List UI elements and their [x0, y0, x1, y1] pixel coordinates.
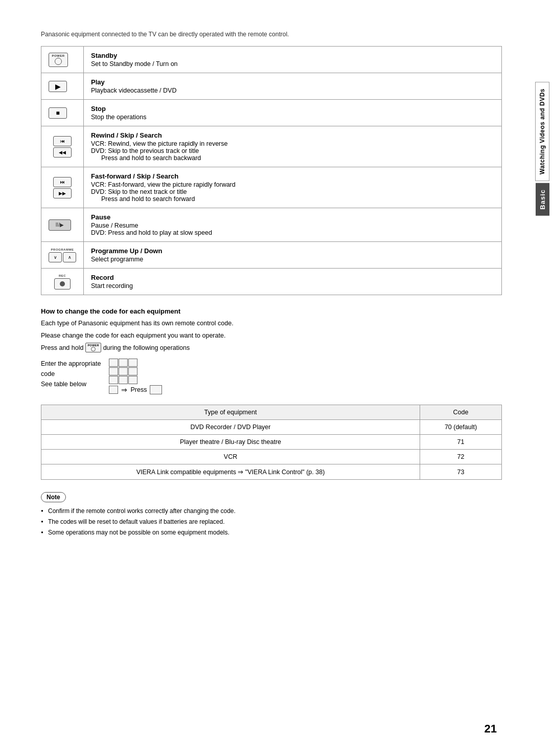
press-key-box	[150, 385, 162, 394]
press-hold-prefix: Press and hold	[41, 344, 83, 351]
key-8	[119, 376, 128, 384]
stop-description: Stop the operations	[91, 114, 494, 121]
rewind-label: Rewind / Skip / Search	[91, 131, 494, 139]
col1-header: Type of equipment	[41, 405, 420, 420]
stop-desc: Stop Stop the operations	[84, 100, 502, 126]
key-5	[119, 367, 128, 375]
fastforward-button-group: ⏭ ▶▶	[49, 177, 76, 198]
note-item: Some operations may not be possible on s…	[41, 528, 502, 538]
programme-desc: Programme Up / Down Select programme	[84, 242, 502, 269]
ff-desc-line1: VCR: Fast-forward, view the picture rapi…	[91, 181, 494, 188]
press-hold-suffix: during the following operations	[103, 344, 190, 351]
note-item: Confirm if the remote control works corr…	[41, 506, 502, 516]
rewind-desc: Rewind / Skip / Search VCR: Rewind, view…	[84, 126, 502, 167]
standby-desc: Standby Set to Standby mode / Turn on	[84, 47, 502, 73]
press-hold-line: Press and hold POWER during the followin…	[41, 343, 502, 352]
prog-down-icon: ∨	[49, 252, 62, 262]
stop-icon-cell: ■	[41, 100, 84, 126]
programme-description: Select programme	[91, 256, 494, 263]
equipment-type: VCR	[41, 450, 420, 464]
key-3	[128, 359, 137, 367]
play-icon-cell: ▶	[41, 73, 84, 100]
equipment-code: 72	[420, 450, 502, 464]
code-entry-diagram: Enter the appropriate code See table bel…	[41, 359, 502, 394]
play-label: Play	[91, 78, 494, 86]
equipment-code: 73	[420, 464, 502, 480]
play-button-icon: ▶	[49, 81, 67, 92]
equipment-table: Type of equipment Code DVD Recorder / DV…	[41, 405, 502, 480]
key-4	[109, 367, 118, 375]
table-row: PROGRAMME ∨ ∧ Programme Up / Down Select…	[41, 242, 502, 269]
ff-label: Fast-forward / Skip / Search	[91, 172, 494, 180]
rewind-button-group: ⏮ ◀◀	[49, 136, 76, 158]
pause-label: Pause	[91, 213, 494, 221]
standby-icon-cell: POWER	[41, 47, 84, 73]
fastforward-icon-cell: ⏭ ▶▶	[41, 167, 84, 208]
key-7	[109, 376, 118, 384]
rewind-desc-line3: Press and hold to search backward	[91, 154, 494, 162]
equipment-table-row: DVD Recorder / DVD Player 70 (default)	[41, 420, 502, 435]
equipment-code: 71	[420, 435, 502, 450]
table-row: ⏮ ◀◀ Rewind / Skip / Search VCR: Rewind,…	[41, 126, 502, 167]
table-row: POWER Standby Set to Standby mode / Turn…	[41, 47, 502, 73]
table-row: II/▶ Pause Pause / Resume DVD: Press and…	[41, 208, 502, 242]
rewind-top-icon: ⏮	[53, 136, 72, 146]
play-desc: Play Playback videocassette / DVD	[84, 73, 502, 100]
stop-button-icon: ■	[49, 107, 67, 119]
main-content: Panasonic equipment connected to the TV …	[0, 0, 533, 756]
record-button-icon	[54, 278, 71, 290]
stop-label: Stop	[91, 105, 494, 113]
note-list: Confirm if the remote control works corr…	[41, 506, 502, 538]
enter-label-line1: Enter the appropriate	[41, 360, 101, 367]
ff-desc-line2: DVD: Skip to the next track or title	[91, 188, 494, 195]
key-0	[109, 386, 118, 394]
rewind-desc-line1: VCR: Rewind, view the picture rapidly in…	[91, 140, 494, 147]
table-row: ⏭ ▶▶ Fast-forward / Skip / Search VCR: F…	[41, 167, 502, 208]
rewind-bottom-icon: ◀◀	[53, 147, 72, 158]
power-button-icon: POWER	[49, 53, 68, 67]
note-box: Note	[41, 492, 66, 502]
arrow-press-row: ⇒ Press	[109, 385, 162, 394]
how-to-line1: Each type of Panasonic equipment has its…	[41, 318, 502, 328]
key-6	[128, 367, 137, 375]
side-tab-basic: Basic	[536, 183, 549, 216]
controls-table: POWER Standby Set to Standby mode / Turn…	[41, 46, 502, 295]
record-icon-cell: REC	[41, 269, 84, 295]
intro-text: Panasonic equipment connected to the TV …	[41, 31, 502, 38]
side-tab-watching: Watching Videos and DVDs	[535, 82, 549, 181]
record-description: Start recording	[91, 282, 494, 290]
pause-button-icon: II/▶	[49, 219, 71, 231]
col2-header: Code	[420, 405, 502, 420]
power-circle	[55, 58, 62, 65]
key-1	[109, 359, 118, 367]
enter-label-line3: See table below	[41, 381, 86, 388]
programme-label: Programme Up / Down	[91, 247, 494, 255]
pause-desc-line1: Pause / Resume	[91, 222, 494, 229]
record-label: Record	[91, 274, 494, 281]
power-inline-icon: POWER	[85, 343, 101, 352]
record-desc: Record Start recording	[84, 269, 502, 295]
equipment-table-row: VCR 72	[41, 450, 502, 464]
page-container: Panasonic equipment connected to the TV …	[0, 0, 552, 756]
how-to-line2: Please change the code for each equipmen…	[41, 330, 502, 341]
table-row: ■ Stop Stop the operations	[41, 100, 502, 126]
table-row: ▶ Play Playback videocassette / DVD	[41, 73, 502, 100]
arrow-symbol: ⇒	[121, 386, 127, 394]
record-button-group: REC	[49, 274, 76, 290]
note-label: Note	[47, 494, 60, 501]
press-text: Press	[130, 386, 147, 393]
programme-icon-cell: PROGRAMME ∨ ∧	[41, 242, 84, 269]
equipment-code: 70 (default)	[420, 420, 502, 435]
equipment-table-row: VIERA Link compatible equipments ⇒ "VIER…	[41, 464, 502, 480]
rewind-icon-cell: ⏮ ◀◀	[41, 126, 84, 167]
standby-label: Standby	[91, 52, 494, 59]
ff-top-icon: ⏭	[53, 177, 72, 187]
pause-icon-cell: II/▶	[41, 208, 84, 242]
equipment-table-header: Type of equipment Code	[41, 405, 502, 420]
pause-desc: Pause Pause / Resume DVD: Press and hold…	[84, 208, 502, 242]
ff-bottom-icon: ▶▶	[53, 188, 72, 198]
page-number: 21	[485, 722, 497, 736]
pause-desc-line2: DVD: Press and hold to play at slow spee…	[91, 229, 494, 236]
key-2	[119, 359, 128, 367]
standby-description: Set to Standby mode / Turn on	[91, 60, 494, 68]
